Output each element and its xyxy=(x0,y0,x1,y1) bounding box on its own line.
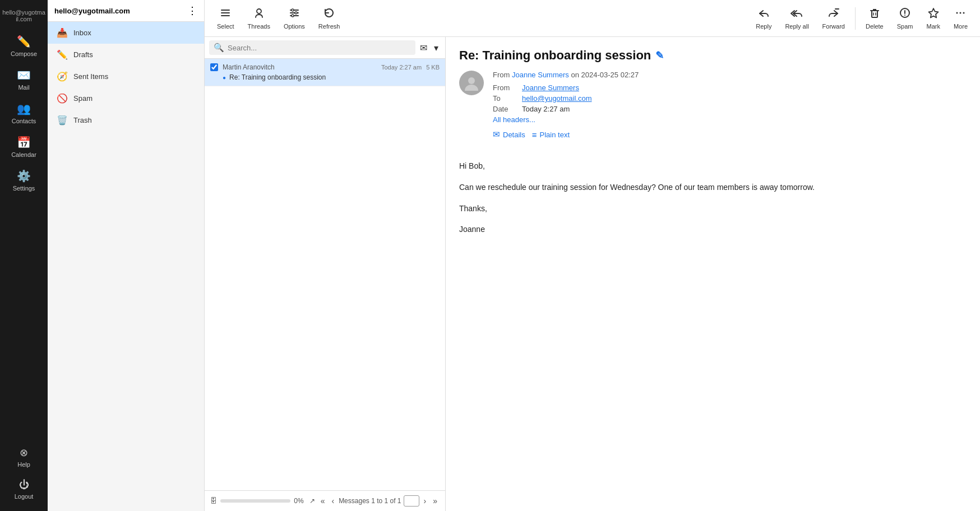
first-page-btn[interactable]: « xyxy=(318,495,327,507)
meta-date-row: Date Today 2:27 am xyxy=(493,105,967,113)
search-actions: ✉ ▾ xyxy=(418,41,441,54)
spam-icon: 🚫 xyxy=(57,93,68,104)
plain-text-toggle[interactable]: ≡ Plain text xyxy=(532,130,570,140)
folder-item-drafts[interactable]: ✏️ Drafts xyxy=(48,44,204,66)
select-label: Select xyxy=(217,23,234,30)
svg-point-12 xyxy=(963,12,965,14)
view-toggle: ✉ Details ≡ Plain text xyxy=(493,129,967,140)
calendar-icon: 📅 xyxy=(17,136,31,149)
filter-icon[interactable]: ✉ xyxy=(418,41,429,54)
delete-icon xyxy=(868,7,881,22)
sent-label: Sent Items xyxy=(73,72,108,81)
drafts-label: Drafts xyxy=(73,50,93,59)
next-page-btn[interactable]: › xyxy=(422,495,429,507)
refresh-btn[interactable]: Refresh xyxy=(313,3,346,33)
prev-page-btn[interactable]: ‹ xyxy=(329,495,336,507)
svg-point-1 xyxy=(292,9,294,11)
options-btn[interactable]: Options xyxy=(278,3,311,33)
sidebar-email: hello@yugotmail.com xyxy=(0,6,48,29)
folder-item-inbox[interactable]: 📥 Inbox xyxy=(48,22,204,44)
last-page-btn[interactable]: » xyxy=(431,495,440,507)
body-line2: Can we reschedule our training session f… xyxy=(459,181,967,194)
folder-more-btn[interactable]: ⋮ xyxy=(187,4,197,17)
date-value: Today 2:27 am xyxy=(522,105,570,113)
details-label: Details xyxy=(503,131,525,139)
select-btn[interactable]: Select xyxy=(211,3,240,33)
sender-avatar xyxy=(459,71,484,95)
meta-details: From Joanne Summers on 2024-03-25 02:27 … xyxy=(493,71,967,151)
meta-to-row: To hello@yugotmail.com xyxy=(493,94,967,103)
mark-btn[interactable]: Mark xyxy=(921,3,945,33)
body-line3: Thanks, xyxy=(459,202,967,216)
inbox-icon: 📥 xyxy=(57,27,68,38)
date-label: Date xyxy=(493,105,517,113)
search-input[interactable] xyxy=(228,44,411,52)
edit-icon[interactable]: ✎ xyxy=(655,49,664,62)
compose-icon: ✏️ xyxy=(17,35,31,48)
message-list-toolbar: 🔍 ✉ ▾ xyxy=(205,37,445,59)
refresh-label: Refresh xyxy=(318,23,340,30)
delete-btn[interactable]: Delete xyxy=(860,3,889,33)
inbox-label: Inbox xyxy=(73,29,91,37)
search-icon: 🔍 xyxy=(214,43,224,53)
spam-btn[interactable]: Spam xyxy=(891,3,919,33)
sidebar: hello@yugotmail.com ✏️ Compose ✉️ Mail 👥… xyxy=(0,0,48,511)
reply-btn[interactable]: Reply xyxy=(750,3,777,33)
more-btn[interactable]: More xyxy=(948,3,973,33)
forward-icon xyxy=(826,7,841,22)
reply-label: Reply xyxy=(756,23,771,30)
message-checkbox[interactable] xyxy=(210,63,218,71)
top-toolbar: Select Threads Options Refresh Reply xyxy=(205,0,980,37)
help-btn[interactable]: ⊗ Help xyxy=(0,441,48,473)
reply-all-btn[interactable]: Reply all xyxy=(779,3,814,33)
email-view: Re: Training onboarding session ✎ From J… xyxy=(446,37,980,511)
settings-icon: ⚙️ xyxy=(17,169,31,183)
forward-btn[interactable]: Forward xyxy=(817,3,850,33)
svg-rect-4 xyxy=(872,11,877,17)
page-info: Messages 1 to 1 of 1 xyxy=(339,497,401,505)
plain-text-icon: ≡ xyxy=(532,130,537,140)
meta-from-link[interactable]: Joanne Summers xyxy=(512,71,569,79)
select-icon xyxy=(219,7,232,22)
message-subject: Re: Training onboarding session xyxy=(229,73,326,81)
meta-from-date: 2024-03-25 02:27 xyxy=(581,71,639,79)
page-number-input[interactable]: 1 xyxy=(404,495,419,507)
folder-item-sent[interactable]: 🧭 Sent Items xyxy=(48,66,204,87)
drafts-icon: ✏️ xyxy=(57,49,68,60)
reply-all-icon xyxy=(790,7,805,22)
folder-header: hello@yugotmail.com ⋮ xyxy=(48,0,204,22)
plain-text-label: Plain text xyxy=(540,131,570,139)
search-dropdown-icon[interactable]: ▾ xyxy=(432,41,441,54)
settings-label: Settings xyxy=(13,185,35,192)
progress-bar xyxy=(220,499,290,503)
contacts-label: Contacts xyxy=(12,118,36,124)
spam-label: Spam xyxy=(73,94,93,103)
logout-btn[interactable]: ⏻ Logout xyxy=(0,473,48,505)
svg-point-11 xyxy=(960,12,961,14)
folder-item-trash[interactable]: 🗑️ Trash xyxy=(48,109,204,131)
message-date: Today 2:27 am xyxy=(381,64,422,71)
threads-btn[interactable]: Threads xyxy=(242,3,276,33)
message-list: 🔍 ✉ ▾ Martin Aranovitch Today xyxy=(205,37,446,511)
mail-btn[interactable]: ✉️ Mail xyxy=(0,63,48,96)
email-subject-text: Re: Training onboarding session xyxy=(459,48,651,63)
meta-from-row: From Joanne Summers xyxy=(493,83,967,92)
calendar-label: Calendar xyxy=(11,151,36,158)
options-label: Options xyxy=(284,23,305,30)
all-headers-link[interactable]: All headers... xyxy=(493,115,967,124)
mail-label: Mail xyxy=(18,84,29,91)
settings-btn[interactable]: ⚙️ Settings xyxy=(0,164,48,197)
from-value[interactable]: Joanne Summers xyxy=(522,83,579,92)
to-value[interactable]: hello@yugotmail.com xyxy=(522,94,591,103)
folder-item-spam[interactable]: 🚫 Spam xyxy=(48,87,204,109)
delete-label: Delete xyxy=(866,23,884,30)
details-icon: ✉ xyxy=(493,129,500,140)
calendar-btn[interactable]: 📅 Calendar xyxy=(0,130,48,164)
help-icon: ⊗ xyxy=(20,447,28,459)
logout-icon: ⏻ xyxy=(19,479,29,491)
reply-all-label: Reply all xyxy=(785,23,808,30)
message-item[interactable]: Martin Aranovitch Today 2:27 am 5 KB ● R… xyxy=(205,59,445,86)
contacts-btn[interactable]: 👥 Contacts xyxy=(0,96,48,130)
compose-btn[interactable]: ✏️ Compose xyxy=(0,29,48,63)
details-toggle[interactable]: ✉ Details xyxy=(493,129,525,140)
